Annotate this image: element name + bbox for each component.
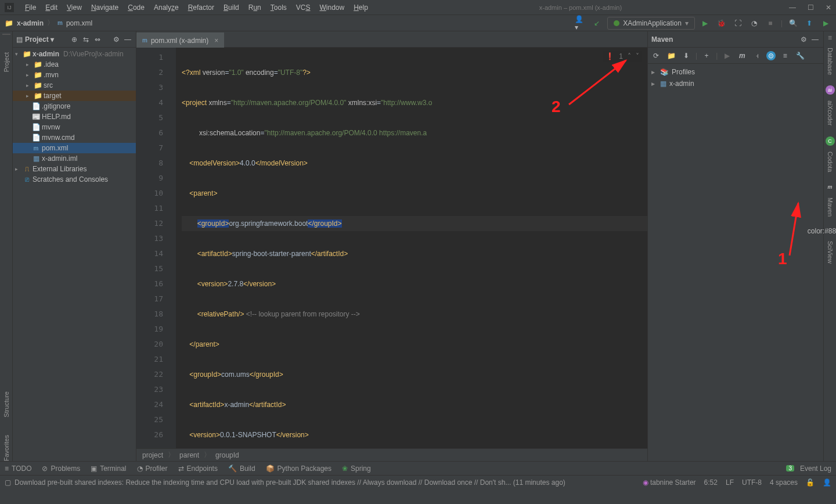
status-inspector-icon[interactable]: 👤 [823, 478, 831, 487]
maven-module[interactable]: ▸▦x-admin [648, 78, 823, 89]
maven-m-icon[interactable]: m [736, 50, 748, 62]
menu-analyze[interactable]: Analyze [150, 2, 183, 13]
menu-vcs[interactable]: VCS [292, 2, 315, 13]
tree-help[interactable]: 📰HELP.md [13, 111, 136, 122]
tool-profiler[interactable]: ◔Profiler [137, 465, 168, 473]
left-tool-favorites[interactable]: Favorites [3, 435, 10, 461]
stop-button[interactable]: ■ [765, 17, 776, 29]
tool-eventlog[interactable]: Event Log [800, 465, 831, 473]
maven-skip-icon[interactable]: ≡ [779, 50, 791, 62]
maven-download-icon[interactable]: ⬇ [680, 50, 692, 62]
right-tool-sciview[interactable]: SciView [827, 241, 834, 264]
back-icon[interactable]: ↙ [591, 17, 603, 29]
status-lf[interactable]: LF [726, 478, 734, 487]
menu-run[interactable]: Run [244, 2, 265, 13]
profile-button[interactable]: ◔ [748, 17, 760, 29]
maven-reload-icon[interactable]: ⟳ [650, 50, 662, 62]
maximize-icon[interactable]: ☐ [808, 3, 814, 12]
next-highlight-icon[interactable]: ˅ [636, 52, 639, 60]
maven-generate-icon[interactable]: 📁 [665, 50, 677, 62]
tree-mvnw[interactable]: 📄mvnw [13, 122, 136, 132]
tab-close-icon[interactable]: × [214, 37, 218, 45]
tool-endpoints[interactable]: ⇄Endpoints [178, 465, 218, 473]
maven-run-icon[interactable]: ▶ [721, 50, 733, 62]
tree-target[interactable]: ▸📁target [13, 91, 136, 101]
tool-problems[interactable]: ⊘Problems [42, 465, 80, 473]
tree-mvnwcmd[interactable]: 📄mvnw.cmd [13, 132, 136, 143]
ide-settings-icon[interactable]: ▶ [820, 17, 831, 29]
status-tabnine[interactable]: ◉ tabnine Starter [643, 478, 696, 487]
run-config-select[interactable]: XAdminApplication ▾ [607, 17, 695, 30]
left-tool-structure[interactable]: Structure [3, 391, 10, 417]
menu-file[interactable]: File [21, 2, 40, 13]
status-pos[interactable]: 6:52 [704, 478, 718, 487]
menu-tools[interactable]: Tools [266, 2, 291, 13]
menu-navigate[interactable]: Navigate [87, 2, 122, 13]
maven-hide-icon[interactable]: — [810, 35, 820, 44]
inspection-widget[interactable]: ❗1 ˄ ˅ [603, 51, 642, 62]
status-message[interactable]: Download pre-built shared indexes: Reduc… [15, 478, 565, 487]
right-tool-aixcoder[interactable]: aiXcoder [827, 100, 834, 125]
project-tree[interactable]: ▾📁x-adminD:\VueProj\x-admin ▸📁.idea ▸📁.m… [13, 48, 136, 461]
prev-highlight-icon[interactable]: ˄ [628, 52, 631, 60]
menu-window[interactable]: Window [315, 2, 348, 13]
maven-settings-icon[interactable]: ⚙ [799, 35, 808, 44]
right-tool-codota[interactable]: Codota [827, 152, 834, 172]
tree-ext-lib[interactable]: ▸⎍External Libraries [13, 164, 136, 174]
locate-icon[interactable]: ⊕ [70, 35, 79, 44]
status-charset[interactable]: UTF-8 [742, 478, 762, 487]
breadcrumb-project[interactable]: x-admin [17, 19, 44, 27]
status-lock-icon[interactable]: 🔓 [806, 478, 815, 487]
menu-build[interactable]: Build [219, 2, 243, 13]
left-tool-project-icon[interactable] [2, 34, 10, 35]
tree-iml[interactable]: ▦x-admin.iml [13, 153, 136, 164]
right-tool-maven[interactable]: Maven [827, 197, 834, 217]
tree-src[interactable]: ▸📁src [13, 80, 136, 91]
close-icon[interactable]: ✕ [826, 3, 831, 12]
maven-offline-icon[interactable]: ⊝ [766, 51, 776, 60]
menu-view[interactable]: View [63, 2, 86, 13]
left-tool-project[interactable]: Project [3, 52, 10, 72]
menu-refactor[interactable]: Refactor [184, 2, 218, 13]
codota-icon[interactable]: C [826, 136, 835, 146]
search-icon[interactable]: 🔍 [787, 17, 799, 29]
tool-terminal[interactable]: ▣Terminal [91, 465, 126, 473]
right-tool-database[interactable]: Database [827, 48, 834, 75]
code-content[interactable]: <?xml version="1.0" encoding="UTF-8"?> <… [176, 48, 647, 448]
tool-build[interactable]: 🔨Build [228, 465, 255, 473]
sync-icon[interactable]: ⬆ [803, 17, 815, 29]
breadcrumb-file[interactable]: pom.xml [66, 19, 92, 27]
tree-pom[interactable]: mpom.xml [13, 143, 136, 153]
menu-code[interactable]: Code [124, 2, 149, 13]
editor[interactable]: 1234567891011121314151617181920212223242… [136, 48, 647, 448]
tree-scratch[interactable]: ⎚Scratches and Consoles [13, 174, 136, 185]
tree-gitignore[interactable]: 📄.gitignore [13, 101, 136, 111]
editor-tab-pom[interactable]: m pom.xml (x-admin) × [136, 33, 224, 48]
tree-mvn[interactable]: ▸📁.mvn [13, 70, 136, 80]
right-tool-db-icon[interactable]: ≡ [828, 34, 832, 42]
aixcoder-icon[interactable]: ai [826, 85, 835, 95]
tree-idea[interactable]: ▸📁.idea [13, 59, 136, 70]
collapse-icon[interactable]: ⇔ [93, 35, 102, 44]
sciview-icon[interactable]: color:#888">⊞ [808, 227, 836, 235]
menu-help[interactable]: Help [349, 2, 372, 13]
maven-toggle-icon[interactable]: ⫞ [751, 50, 763, 62]
maven-wrench-icon[interactable]: 🔧 [794, 50, 806, 62]
maven-icon[interactable]: m [826, 182, 835, 192]
run-button[interactable]: ▶ [700, 17, 711, 29]
status-indent[interactable]: 4 spaces [770, 478, 798, 487]
fold-gutter[interactable] [168, 48, 176, 448]
user-icon[interactable]: 👤▾ [575, 17, 586, 29]
status-indexing-icon[interactable]: ▢ [5, 478, 11, 487]
tool-todo[interactable]: ≡TODO [5, 465, 31, 473]
maven-profiles[interactable]: ▸📚Profiles [648, 66, 823, 78]
expand-icon[interactable]: ⇆ [81, 35, 91, 44]
tool-python[interactable]: 📦Python Packages [266, 465, 331, 473]
tool-spring[interactable]: ❀Spring [342, 465, 371, 473]
settings-icon[interactable]: ⚙ [111, 35, 121, 44]
hide-icon[interactable]: — [123, 35, 132, 44]
project-panel-title[interactable]: Project ▾ [25, 35, 67, 44]
maven-add-icon[interactable]: + [701, 50, 712, 62]
menu-edit[interactable]: Edit [41, 2, 62, 13]
editor-breadcrumbs[interactable]: project〉 parent〉 groupId [136, 448, 647, 461]
